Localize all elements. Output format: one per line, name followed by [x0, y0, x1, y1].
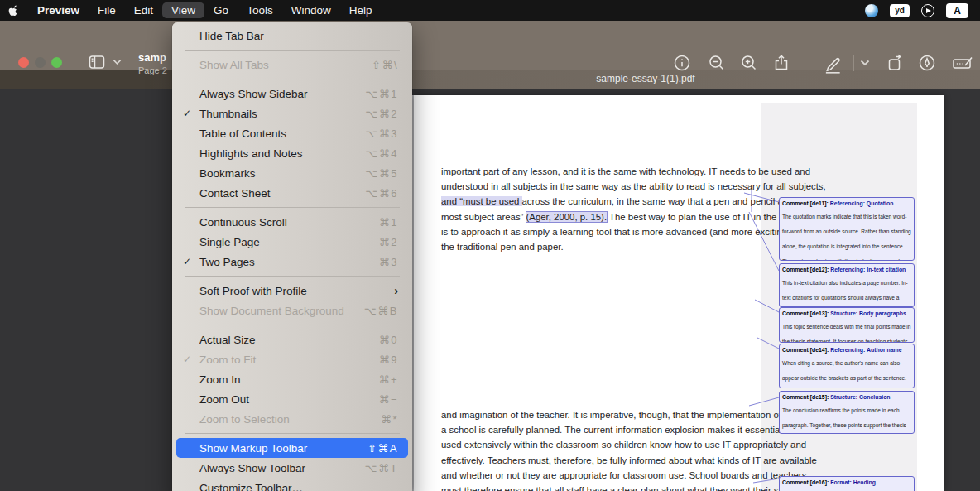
- comment-box[interactable]: Comment [de11]: Referencing: QuotationTh…: [779, 197, 915, 261]
- menu-item-zoom-out[interactable]: Zoom Out⌘−: [176, 389, 408, 409]
- menu-item-highlights-and-notes[interactable]: Highlights and Notes⌥⌘4: [176, 143, 408, 163]
- zoom-out-button[interactable]: [707, 53, 727, 73]
- menu-item-always-show-toolbar[interactable]: Always Show Toolbar⌥⌘T: [176, 458, 408, 478]
- menubar-item-tools[interactable]: Tools: [238, 2, 282, 18]
- pdf-page[interactable]: important part of any lesson, and it is …: [414, 95, 944, 491]
- document-text-line: and whether or not they are appropriate …: [441, 468, 760, 483]
- menu-item-label: Customize Toolbar…: [199, 482, 398, 491]
- close-window-button[interactable]: [18, 57, 29, 68]
- zoom-in-button[interactable]: [739, 53, 759, 73]
- comment-box[interactable]: Comment [de14]: Referencing: Author name…: [779, 344, 915, 388]
- menubar-item-window[interactable]: Window: [282, 2, 340, 18]
- checkmark-icon: ✓: [183, 256, 191, 267]
- menu-item-show-all-tabs[interactable]: Show All Tabs⇧⌘\: [176, 55, 408, 75]
- menu-item-zoom-in[interactable]: Zoom In⌘+: [176, 369, 408, 389]
- menu-item-shortcut: ⌘−: [378, 393, 398, 406]
- menu-item-continuous-scroll[interactable]: Continuous Scroll⌘1: [176, 212, 408, 232]
- menu-item-shortcut: ⌘*: [381, 413, 398, 426]
- text-segment: and imagination of the teacher. It is im…: [441, 410, 810, 420]
- document-viewport: important part of any lesson, and it is …: [0, 89, 980, 491]
- menu-item-soft-proof-with-profile[interactable]: Soft Proof with Profile›: [176, 281, 408, 301]
- window-page-indicator: Page 2: [138, 65, 167, 75]
- comment-box[interactable]: Comment [de13]: Structure: Body paragrap…: [779, 307, 915, 343]
- highlight-pen-button[interactable]: [917, 53, 937, 73]
- menu-item-bookmarks[interactable]: Bookmarks⌥⌘5: [176, 163, 408, 183]
- menu-item-label: Two Pages: [199, 256, 379, 268]
- menu-item-label: Soft Proof with Profile: [199, 285, 394, 297]
- comment-id: Comment [de14]:: [782, 347, 830, 353]
- menubar-item-file[interactable]: File: [89, 2, 125, 18]
- menu-item-label: Show Document Background: [199, 305, 364, 317]
- markup-button[interactable]: [822, 53, 843, 75]
- menu-item-show-document-background[interactable]: Show Document Background⌥⌘B: [176, 301, 408, 320]
- comment-header: Comment [de12]: Referencing: In-text cit…: [782, 266, 911, 273]
- comment-box[interactable]: Comment [de16]: Format: HeadingShort ess…: [779, 476, 915, 491]
- rotate-button[interactable]: [886, 53, 906, 73]
- menubar-item-help[interactable]: Help: [340, 2, 382, 18]
- zoom-window-button[interactable]: [51, 57, 62, 68]
- menubar-items: PreviewFileEditViewGoToolsWindowHelp: [28, 2, 381, 18]
- menu-item-shortcut: ⌘+: [378, 373, 398, 386]
- browser-sphere-icon[interactable]: [865, 4, 878, 17]
- menu-item-shortcut: ⇧⌘A: [368, 442, 398, 455]
- comment-box[interactable]: Comment [de15]: Structure: ConclusionThe…: [779, 391, 915, 434]
- menu-item-label: Always Show Sidebar: [199, 88, 365, 100]
- menu-item-label: Table of Contents: [199, 128, 365, 140]
- menu-item-hide-tab-bar[interactable]: Hide Tab Bar: [176, 26, 408, 46]
- info-button[interactable]: [672, 53, 692, 73]
- checkmark-icon: ✓: [183, 354, 191, 365]
- document-text-line: used extensively within the classroom so…: [441, 437, 760, 452]
- menu-item-label: Highlights and Notes: [199, 147, 365, 160]
- menu-item-customize-toolbar-[interactable]: Customize Toolbar…: [176, 478, 408, 491]
- comment-body: The conclusion reaffirms the points made…: [782, 407, 906, 434]
- menu-item-shortcut: ⌥⌘B: [364, 305, 398, 317]
- menu-separator: [185, 207, 400, 208]
- menu-item-zoom-to-selection[interactable]: Zoom to Selection⌘*: [176, 409, 408, 429]
- menu-item-thumbnails[interactable]: ✓Thumbnails⌥⌘2: [176, 103, 408, 123]
- menu-item-single-page[interactable]: Single Page⌘2: [176, 232, 408, 252]
- text-segment: important part of any lesson, and it is …: [441, 166, 810, 176]
- comment-id: Comment [de15]:: [782, 394, 830, 400]
- menubar-item-go[interactable]: Go: [204, 2, 238, 18]
- input-source-icon[interactable]: A: [946, 3, 968, 18]
- view-menu-dropdown: Hide Tab BarShow All Tabs⇧⌘\Always Show …: [172, 22, 412, 491]
- menu-item-label: Zoom Out: [199, 393, 378, 406]
- menu-item-contact-sheet[interactable]: Contact Sheet⌥⌘6: [176, 183, 408, 203]
- menu-item-shortcut: ⌘1: [379, 216, 398, 229]
- menubar-item-edit[interactable]: Edit: [125, 2, 162, 18]
- comment-body: This in-text citation also indicates a p…: [782, 280, 908, 307]
- menu-item-shortcut: ⌥⌘5: [365, 167, 398, 180]
- yd-badge-icon[interactable]: yd: [890, 4, 910, 17]
- signature-button[interactable]: [950, 53, 975, 73]
- markup-options-button[interactable]: [860, 60, 870, 66]
- sidebar-icon: [86, 52, 108, 72]
- menubar-item-preview[interactable]: Preview: [28, 2, 89, 18]
- menu-item-shortcut: ⌥⌘3: [365, 128, 398, 140]
- menu-item-always-show-sidebar[interactable]: Always Show Sidebar⌥⌘1: [176, 84, 408, 103]
- document-text-line: most subject areas” (Ager, 2000, p. 15).…: [441, 209, 760, 224]
- comment-box[interactable]: Comment [de12]: Referencing: In-text cit…: [779, 263, 915, 307]
- menu-item-two-pages[interactable]: ✓Two Pages⌘3: [176, 252, 408, 272]
- menu-item-label: Zoom to Fit: [199, 354, 379, 366]
- menu-item-label: Thumbnails: [199, 108, 365, 120]
- menu-item-table-of-contents[interactable]: Table of Contents⌥⌘3: [176, 123, 408, 143]
- text-segment: a school is carefully planned. The curre…: [441, 425, 824, 435]
- menubar-item-view[interactable]: View: [162, 2, 204, 18]
- play-icon[interactable]: [921, 4, 934, 17]
- apple-icon[interactable]: [0, 3, 28, 18]
- comment-body: This topic sentence deals with the final…: [782, 324, 910, 343]
- menu-item-actual-size[interactable]: Actual Size⌘0: [176, 330, 408, 349]
- sidebar-toggle-button[interactable]: [86, 52, 122, 72]
- share-button[interactable]: [771, 53, 791, 73]
- pen-nib-icon: [917, 53, 937, 73]
- text-segment: effectively. Teachers must, therefore, b…: [441, 455, 817, 465]
- menu-item-shortcut: ⌥⌘4: [365, 147, 398, 160]
- comment-category: Structure: Conclusion: [830, 394, 890, 400]
- menu-item-zoom-to-fit[interactable]: ✓Zoom to Fit⌘9: [176, 349, 408, 369]
- minimize-window-button[interactable]: [35, 57, 46, 68]
- menu-item-show-markup-toolbar[interactable]: Show Markup Toolbar⇧⌘A: [176, 438, 408, 458]
- submenu-arrow-icon: ›: [394, 284, 398, 297]
- comment-category: Referencing: Quotation: [830, 200, 894, 206]
- menu-item-shortcut: ⌥⌘6: [365, 187, 398, 200]
- menu-separator: [185, 433, 400, 434]
